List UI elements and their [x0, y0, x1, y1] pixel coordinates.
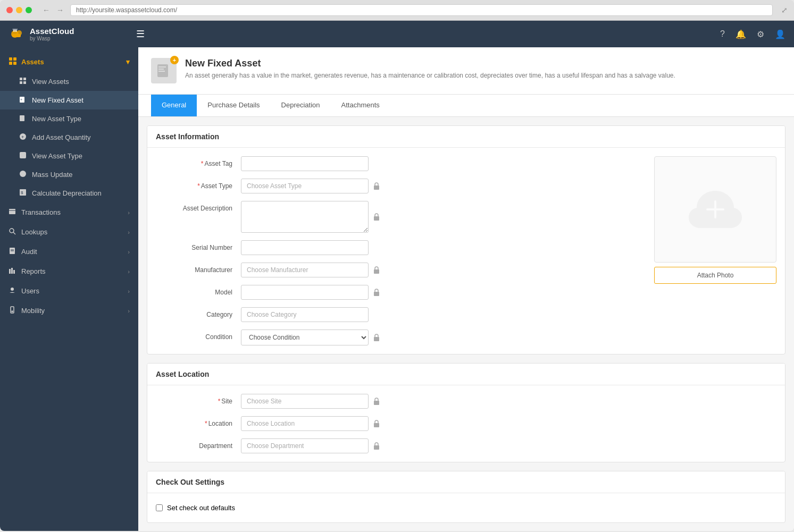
- sidebar-item-new-fixed-asset[interactable]: + New Fixed Asset: [0, 91, 138, 109]
- sidebar-item-new-asset-type[interactable]: New Asset Type: [0, 109, 138, 128]
- sidebar-item-calculate-depreciation[interactable]: $ Calculate Depreciation: [0, 184, 138, 202]
- traffic-light-green[interactable]: [26, 7, 32, 13]
- svg-text:+: +: [20, 98, 22, 102]
- svg-text:+: +: [21, 134, 24, 140]
- sidebar-item-reports-label: Reports: [21, 267, 46, 275]
- svg-rect-28: [9, 269, 11, 274]
- traffic-light-red[interactable]: [6, 7, 13, 13]
- sidebar-item-transactions[interactable]: Transactions ›: [0, 202, 138, 222]
- svg-point-33: [12, 311, 13, 312]
- category-select[interactable]: Choose Category: [241, 307, 369, 322]
- tab-general[interactable]: General: [151, 95, 197, 116]
- tab-attachments[interactable]: Attachments: [331, 95, 390, 116]
- lookups-chevron-icon: ›: [128, 229, 130, 235]
- model-label: Model: [156, 285, 241, 296]
- asset-type-placeholder: Choose Asset Type: [247, 182, 302, 190]
- mass-update-icon: [19, 170, 27, 179]
- manufacturer-row: Manufacturer Choose Manufacturer: [156, 263, 646, 277]
- sidebar-item-reports[interactable]: Reports ›: [0, 261, 138, 281]
- serial-number-input[interactable]: [241, 240, 369, 255]
- asset-tag-input[interactable]: [241, 156, 369, 171]
- bell-icon[interactable]: 🔔: [736, 29, 746, 39]
- settings-icon[interactable]: ⚙: [757, 29, 764, 39]
- tab-purchase-details[interactable]: Purchase Details: [197, 95, 270, 116]
- svg-rect-6: [9, 62, 12, 65]
- sidebar-item-new-asset-type-label: New Asset Type: [32, 115, 81, 123]
- sidebar-item-calculate-depreciation-label: Calculate Depreciation: [32, 189, 102, 197]
- svg-rect-8: [20, 78, 22, 80]
- asset-type-label: Asset Type: [156, 179, 241, 190]
- back-button[interactable]: ←: [40, 5, 52, 15]
- reports-chevron-icon: ›: [128, 268, 130, 275]
- hamburger-button[interactable]: ☰: [136, 28, 145, 40]
- checkout-settings-section: Check Out Settings Set check out default…: [147, 471, 785, 523]
- sidebar-item-add-asset-quantity-label: Add Asset Quantity: [32, 133, 91, 141]
- sidebar-item-mobility-label: Mobility: [21, 307, 45, 315]
- asset-description-input[interactable]: [241, 201, 369, 233]
- sidebar-item-users[interactable]: Users ›: [0, 281, 138, 301]
- address-bar[interactable]: [70, 4, 773, 16]
- site-select[interactable]: Choose Site: [241, 394, 369, 409]
- sidebar-item-view-asset-type[interactable]: View Asset Type: [0, 147, 138, 165]
- sidebar-item-view-assets-label: View Assets: [32, 78, 69, 86]
- add-asset-quantity-icon: +: [19, 133, 27, 142]
- transactions-icon: [9, 208, 16, 217]
- page-header: + New Fixed Asset An asset generally has…: [138, 47, 794, 95]
- model-lock-icon: [372, 287, 381, 298]
- users-chevron-icon: ›: [128, 288, 130, 294]
- sidebar-item-audit[interactable]: Audit ›: [0, 242, 138, 261]
- audit-chevron-icon: ›: [128, 249, 130, 255]
- sidebar-item-mobility[interactable]: Mobility ›: [0, 301, 138, 320]
- location-select[interactable]: Choose Location: [241, 416, 369, 431]
- sidebar-item-lookups[interactable]: Lookups ›: [0, 222, 138, 242]
- asset-description-label: Asset Description: [156, 201, 241, 212]
- asset-location-section: Asset Location Site Choose Site: [147, 363, 785, 462]
- photo-placeholder: [654, 156, 776, 263]
- svg-rect-44: [374, 423, 379, 427]
- sidebar-item-add-asset-quantity[interactable]: + Add Asset Quantity: [0, 128, 138, 147]
- asset-type-lock-icon: [372, 181, 381, 191]
- checkout-section-body: Set check out defaults: [147, 493, 785, 522]
- location-label: Location: [156, 416, 241, 427]
- serial-number-label: Serial Number: [156, 240, 241, 251]
- department-select[interactable]: Choose Department: [241, 438, 369, 453]
- forward-button[interactable]: →: [54, 5, 66, 15]
- svg-rect-39: [374, 216, 379, 221]
- asset-type-select[interactable]: Choose Asset Type: [241, 179, 369, 193]
- logo-sub: by Wasp: [30, 36, 74, 41]
- sidebar-item-mass-update[interactable]: Mass Update: [0, 165, 138, 184]
- svg-rect-41: [374, 292, 379, 296]
- asset-description-row: Asset Description: [156, 201, 646, 233]
- asset-form-fields: Asset Tag Asset Type Choose A: [156, 156, 646, 345]
- tab-depreciation[interactable]: Depreciation: [271, 95, 331, 116]
- model-input[interactable]: [241, 285, 369, 300]
- svg-rect-7: [13, 62, 16, 65]
- svg-rect-17: [20, 152, 26, 158]
- sidebar-assets-header[interactable]: Assets ▾: [0, 52, 138, 72]
- page-description: An asset generally has a value in the ma…: [185, 71, 675, 80]
- checkout-settings-title: Check Out Settings: [147, 471, 785, 493]
- expand-button[interactable]: ⤢: [781, 6, 788, 14]
- svg-rect-9: [23, 78, 26, 80]
- location-row: Location Choose Location: [156, 416, 776, 431]
- location-lock-icon: [372, 418, 381, 429]
- site-lock-icon: [372, 396, 381, 407]
- users-icon: [9, 286, 16, 295]
- manufacturer-select[interactable]: Choose Manufacturer: [241, 263, 369, 277]
- site-row: Site Choose Site: [156, 394, 776, 409]
- asset-information-title: Asset Information: [147, 126, 785, 148]
- help-icon[interactable]: ?: [720, 29, 725, 39]
- assets-chevron-icon: ▾: [126, 58, 130, 66]
- sidebar-item-view-assets[interactable]: View Assets: [0, 72, 138, 91]
- traffic-light-yellow[interactable]: [16, 7, 22, 13]
- logo-area: W AssetCloud by Wasp: [9, 26, 136, 43]
- condition-select[interactable]: Choose Condition: [241, 330, 369, 345]
- top-navbar: W AssetCloud by Wasp ☰ ? 🔔 ⚙ 👤: [0, 21, 794, 47]
- attach-photo-button[interactable]: Attach Photo: [654, 267, 776, 284]
- checkout-defaults-checkbox[interactable]: [156, 504, 163, 511]
- sidebar-assets-label: Assets: [21, 58, 44, 66]
- svg-rect-35: [158, 66, 166, 67]
- svg-rect-10: [20, 81, 22, 84]
- user-icon[interactable]: 👤: [775, 29, 785, 39]
- assets-icon: [9, 57, 17, 67]
